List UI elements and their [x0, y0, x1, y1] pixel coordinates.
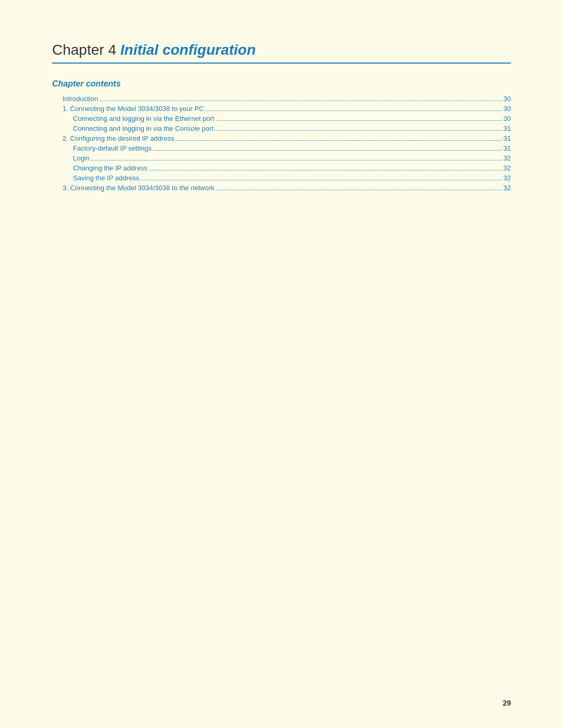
toc-entry-configuring-ip: 2. Configuring the desired IP address 31	[63, 134, 511, 142]
chapter-title: Chapter 4 Initial configuration	[52, 42, 511, 58]
toc-page-connecting-console: 31	[504, 125, 511, 132]
toc-link-connecting-network[interactable]: 3. Connecting the Model 3034/3038 to the…	[63, 184, 214, 192]
page-number: 29	[503, 699, 511, 707]
toc-entry-connecting-ethernet: Connecting and logging in via the Ethern…	[73, 115, 511, 122]
toc-page-factory-default: 31	[504, 144, 511, 152]
toc-page-configuring-ip: 31	[504, 134, 511, 142]
toc-dots	[100, 101, 502, 101]
toc-entry-connecting-model: 1. Connecting the Model 3034/3038 to you…	[63, 105, 511, 113]
toc-link-configuring-ip[interactable]: 2. Configuring the desired IP address	[63, 134, 174, 142]
chapter-prefix: Chapter 4	[52, 42, 120, 58]
chapter-title-bold: Initial configuration	[120, 42, 256, 58]
toc-page-saving-ip: 32	[504, 174, 511, 182]
toc-entry-connecting-network: 3. Connecting the Model 3034/3038 to the…	[63, 184, 511, 192]
toc-entry-login: Login 32	[73, 154, 511, 162]
toc-link-connecting-ethernet[interactable]: Connecting and logging in via the Ethern…	[73, 115, 214, 122]
toc-entry-saving-ip: Saving the IP address 32	[73, 174, 511, 182]
toc-page-connecting-ethernet: 30	[504, 115, 511, 122]
toc-link-factory-default[interactable]: Factory-default IP settings	[73, 144, 152, 152]
toc-dots	[205, 110, 502, 111]
toc-link-connecting-model[interactable]: 1. Connecting the Model 3034/3038 to you…	[63, 105, 204, 113]
toc-page-introduction: 30	[504, 95, 511, 103]
toc-page-connecting-network: 32	[504, 184, 511, 192]
toc-entry-introduction: Introduction 30	[63, 95, 511, 103]
toc-dots	[153, 150, 502, 151]
toc-entry-changing-ip: Changing the IP address 32	[73, 164, 511, 172]
toc-link-introduction[interactable]: Introduction	[63, 95, 98, 103]
toc-link-changing-ip[interactable]: Changing the IP address	[73, 164, 148, 172]
toc-entry-factory-default: Factory-default IP settings 31	[73, 144, 511, 152]
toc-page-connecting-model: 30	[504, 105, 511, 113]
page-container: Chapter 4 Initial configuration Chapter …	[0, 0, 563, 236]
toc-link-login[interactable]: Login	[73, 154, 90, 162]
toc-page-changing-ip: 32	[504, 164, 511, 172]
toc-page-login: 32	[504, 154, 511, 162]
toc-dots	[216, 190, 501, 190]
toc-dots	[215, 130, 502, 131]
chapter-contents-heading: Chapter contents	[52, 79, 511, 89]
toc-dots	[176, 140, 501, 141]
toc-link-connecting-console[interactable]: Connecting and logging in via the Consol…	[73, 125, 214, 132]
chapter-header: Chapter 4 Initial configuration	[52, 42, 511, 64]
toc-dots	[91, 160, 502, 161]
toc-dots	[216, 120, 502, 121]
toc-container: Introduction 30 1. Connecting the Model …	[63, 95, 511, 192]
toc-entry-connecting-console: Connecting and logging in via the Consol…	[73, 125, 511, 132]
toc-link-saving-ip[interactable]: Saving the IP address	[73, 174, 139, 182]
toc-dots	[149, 170, 502, 170]
toc-dots	[141, 180, 502, 180]
